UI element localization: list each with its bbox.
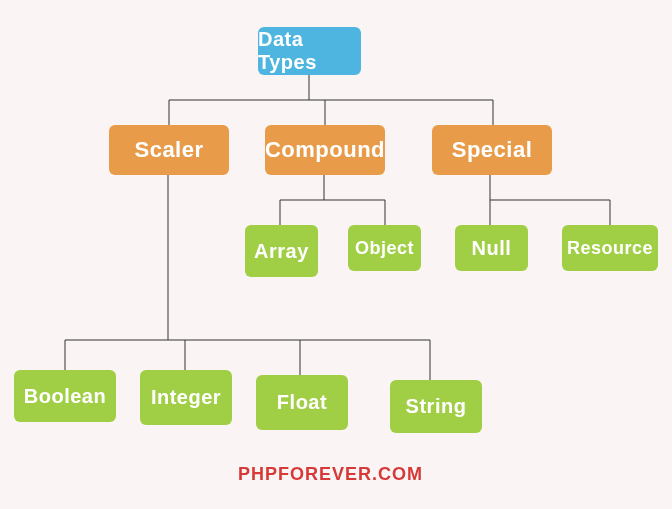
node-data-types: Data Types — [258, 27, 361, 75]
node-label: Float — [277, 391, 327, 414]
node-label: Data Types — [258, 28, 361, 74]
node-array: Array — [245, 225, 318, 277]
node-null: Null — [455, 225, 528, 271]
node-integer: Integer — [140, 370, 232, 425]
node-label: Resource — [567, 238, 653, 259]
node-label: Compound — [265, 137, 385, 163]
node-label: Array — [254, 240, 309, 263]
node-resource: Resource — [562, 225, 658, 271]
node-string: String — [390, 380, 482, 433]
node-special: Special — [432, 125, 552, 175]
node-label: Special — [452, 137, 533, 163]
node-object: Object — [348, 225, 421, 271]
node-compound: Compound — [265, 125, 385, 175]
node-boolean: Boolean — [14, 370, 116, 422]
footer-text: PHPFOREVER.COM — [238, 464, 423, 485]
node-float: Float — [256, 375, 348, 430]
node-label: Boolean — [24, 385, 106, 408]
node-label: Null — [472, 237, 512, 260]
node-label: Integer — [151, 386, 221, 409]
node-label: Object — [355, 238, 414, 259]
node-label: String — [406, 395, 467, 418]
node-scaler: Scaler — [109, 125, 229, 175]
node-label: Scaler — [134, 137, 203, 163]
